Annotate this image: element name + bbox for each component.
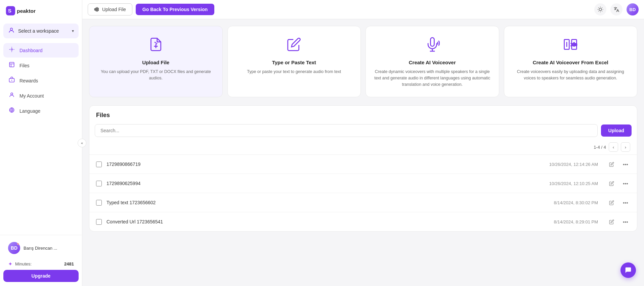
translate-icon xyxy=(613,6,619,12)
svg-rect-15 xyxy=(97,7,97,11)
svg-point-3 xyxy=(10,28,13,30)
main-area: Upload File Go Back To Previous Version … xyxy=(82,0,644,286)
theme-toggle-button[interactable] xyxy=(594,3,606,15)
svg-text:peaktor: peaktor xyxy=(17,8,36,14)
workspace-label: Select a workspace xyxy=(18,28,69,34)
sidebar-item-language[interactable]: Language xyxy=(3,104,79,118)
sidebar: S peaktor Select a workspace ▾ Dashboard… xyxy=(0,0,82,286)
type-paste-card-desc: Type or paste your text to generate audi… xyxy=(247,69,341,75)
ai-voiceover-excel-card-desc: Create voiceovers easily by uploading da… xyxy=(511,69,631,81)
file-edit-icon-4[interactable] xyxy=(607,217,616,226)
file-more-icon-2[interactable]: ••• xyxy=(621,179,630,188)
file-date-1: 10/26/2024, 12:14:26 AM xyxy=(549,162,598,167)
table-row: 1729890866719 10/26/2024, 12:14:26 AM ••… xyxy=(89,154,637,174)
table-row: Converted Url 1723656541 8/14/2024, 8:29… xyxy=(89,212,637,231)
sidebar-bottom: BD Barış Direncan ... ✦ Minutes: 2481 Up… xyxy=(0,235,82,286)
file-date-3: 8/14/2024, 8:30:02 PM xyxy=(554,200,598,205)
dashboard-icon xyxy=(8,46,15,54)
svg-rect-13 xyxy=(94,8,95,10)
sidebar-nav: Dashboard Files Rewards My Account Langu xyxy=(0,40,82,235)
svg-line-24 xyxy=(598,11,599,11)
file-name-1: 1729890866719 xyxy=(106,162,545,167)
sidebar-item-files-label: Files xyxy=(19,63,30,68)
file-name-3: Typed text 1723656602 xyxy=(106,200,549,205)
svg-line-20 xyxy=(598,7,599,8)
sidebar-item-dashboard[interactable]: Dashboard xyxy=(3,43,79,58)
sidebar-item-my-account[interactable]: My Account xyxy=(3,88,79,103)
file-edit-icon-2[interactable] xyxy=(607,179,616,188)
chat-bubble-button[interactable] xyxy=(620,262,636,278)
file-checkbox-1[interactable] xyxy=(96,162,102,167)
file-name-4: Converted Url 1723656541 xyxy=(106,219,549,224)
files-upload-button[interactable]: Upload xyxy=(601,124,632,137)
sidebar-item-rewards[interactable]: Rewards xyxy=(3,73,79,88)
file-date-2: 10/26/2024, 12:10:25 AM xyxy=(549,181,598,186)
svg-text:S: S xyxy=(8,8,11,13)
sidebar-item-my-account-label: My Account xyxy=(19,93,44,99)
file-name-2: 1729890625994 xyxy=(106,181,545,186)
notification-dot xyxy=(17,242,20,245)
upload-file-card-desc: You can upload your PDF, TXT or DOCX fil… xyxy=(96,69,216,81)
minutes-row: ✦ Minutes: 2481 xyxy=(3,259,79,270)
user-name: Barış Direncan ... xyxy=(24,246,57,251)
workspace-selector[interactable]: Select a workspace ▾ xyxy=(3,24,79,38)
file-checkbox-3[interactable] xyxy=(96,200,102,206)
language-icon xyxy=(8,107,15,115)
minutes-label: Minutes: xyxy=(15,261,61,266)
topbar-right: BD xyxy=(594,3,639,15)
svg-rect-16 xyxy=(98,8,98,11)
type-paste-card-title: Type or Paste Text xyxy=(272,60,316,65)
type-paste-card-icon xyxy=(287,37,301,55)
sidebar-item-rewards-label: Rewards xyxy=(19,78,38,83)
ai-voiceover-excel-card-icon: xls xyxy=(563,37,578,55)
chevron-down-icon: ▾ xyxy=(72,29,74,33)
svg-point-4 xyxy=(11,49,13,50)
upload-file-card-title: Upload File xyxy=(142,60,169,65)
search-input[interactable] xyxy=(95,124,598,137)
action-card-ai-voiceover-excel[interactable]: xls Create AI Voiceover From Excel Creat… xyxy=(504,26,638,97)
upload-file-card-icon xyxy=(148,37,163,55)
action-card-upload-file[interactable]: Upload File You can upload your PDF, TXT… xyxy=(89,26,223,97)
pagination-info: 1-4 / 4 xyxy=(594,145,606,150)
file-checkbox-4[interactable] xyxy=(96,219,102,225)
upgrade-button[interactable]: Upgrade xyxy=(3,270,79,282)
svg-rect-5 xyxy=(9,62,14,67)
svg-line-25 xyxy=(602,7,602,8)
pagination-next-button[interactable]: › xyxy=(621,142,630,152)
user-row[interactable]: BD Barış Direncan ... xyxy=(3,239,79,257)
ai-voiceover-card-desc: Create dynamic voiceovers with multiple … xyxy=(373,69,492,87)
file-checkbox-2[interactable] xyxy=(96,181,102,186)
file-more-icon-3[interactable]: ••• xyxy=(621,198,630,207)
action-card-type-paste[interactable]: Type or Paste Text Type or paste your te… xyxy=(227,26,361,97)
sidebar-collapse-button[interactable]: « xyxy=(78,139,86,147)
svg-line-21 xyxy=(602,11,602,11)
files-section-title: Files xyxy=(89,106,637,122)
ai-voiceover-excel-card-title: Create AI Voiceover From Excel xyxy=(533,60,608,65)
rewards-icon xyxy=(8,77,15,84)
user-avatar-topbar[interactable]: BD xyxy=(627,3,639,15)
upload-file-button[interactable]: Upload File xyxy=(88,3,132,15)
sidebar-item-language-label: Language xyxy=(19,108,40,114)
action-card-ai-voiceover[interactable]: Create AI Voiceover Create dynamic voice… xyxy=(366,26,499,97)
files-icon xyxy=(8,62,15,69)
file-edit-icon-1[interactable] xyxy=(607,159,616,169)
main-content: Upload File You can upload your PDF, TXT… xyxy=(82,19,644,286)
go-back-button[interactable]: Go Back To Previous Version xyxy=(136,4,214,15)
file-more-icon-4[interactable]: ••• xyxy=(621,217,630,226)
table-row: 1729890625994 10/26/2024, 12:10:25 AM ••… xyxy=(89,174,637,193)
file-more-icon-1[interactable]: ••• xyxy=(621,159,630,169)
pagination-prev-button[interactable]: ‹ xyxy=(609,142,618,152)
translate-button[interactable] xyxy=(610,3,622,15)
sidebar-item-files[interactable]: Files xyxy=(3,58,79,73)
file-edit-icon-3[interactable] xyxy=(607,198,616,207)
logo-area: S peaktor xyxy=(0,0,82,22)
minutes-value: 2481 xyxy=(64,261,74,266)
file-date-4: 8/14/2024, 8:29:01 PM xyxy=(554,219,598,224)
files-search-row: Upload xyxy=(89,122,637,141)
workspace-icon xyxy=(8,27,15,35)
chat-icon xyxy=(625,266,632,274)
sun-icon xyxy=(597,6,603,12)
svg-text:xls: xls xyxy=(571,42,577,47)
speaktor-logo: S peaktor xyxy=(5,5,46,17)
sparkle-icon: ✦ xyxy=(8,261,12,267)
